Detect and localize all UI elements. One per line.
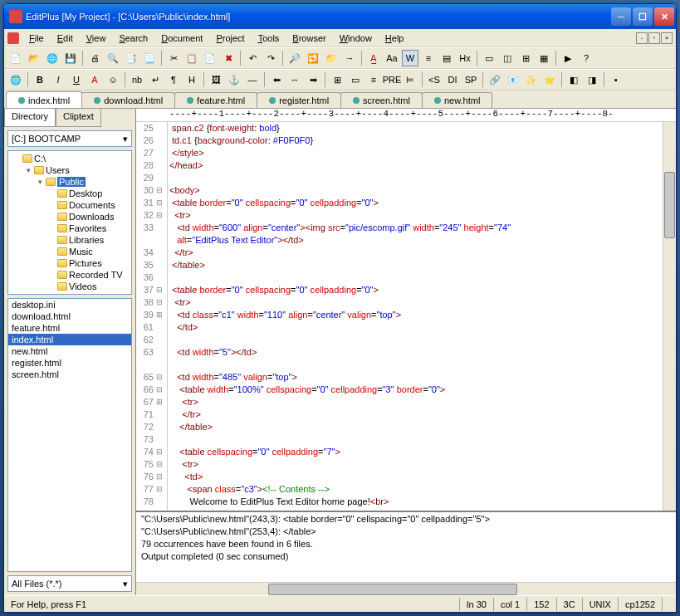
output-panel[interactable]: "C:\Users\Public\new.html"(243,3): <tabl…: [136, 511, 676, 582]
file-list[interactable]: desktop.inidownload.htmlfeature.htmlinde…: [7, 298, 132, 572]
file-item[interactable]: desktop.ini: [8, 299, 131, 310]
drive-selector[interactable]: [C:] BOOTCAMP ▾: [7, 130, 132, 147]
view4-icon[interactable]: ▦: [536, 50, 552, 66]
line-gutter[interactable]: 25 26 27 28 29 30 ⊟31 ⊟32 ⊟33 34 35 36 3…: [136, 122, 168, 511]
bold-icon[interactable]: B: [32, 71, 48, 88]
preview-icon[interactable]: 🔍: [105, 50, 121, 66]
close-button[interactable]: ✕: [654, 7, 674, 26]
hr-icon[interactable]: —: [244, 71, 261, 88]
form-icon[interactable]: ▭: [347, 71, 364, 88]
object2-icon[interactable]: ⭐: [541, 71, 558, 88]
wrap-icon[interactable]: W: [402, 50, 418, 66]
minimize-button[interactable]: ─: [611, 7, 631, 26]
mdi-minimize-button[interactable]: -: [636, 32, 648, 44]
search-icon[interactable]: 🔎: [286, 50, 303, 66]
tree-node[interactable]: Videos: [10, 281, 130, 292]
file-item[interactable]: index.html: [8, 334, 131, 345]
tab-feature-html[interactable]: feature.html: [174, 92, 257, 108]
file-filter[interactable]: All Files (*.*) ▾: [7, 575, 132, 592]
tree-node[interactable]: Recorded TV: [10, 269, 130, 281]
terminal-icon[interactable]: ▪: [608, 71, 624, 88]
left-icon[interactable]: ⬅: [268, 71, 285, 88]
link-icon[interactable]: 🔗: [487, 71, 503, 88]
tree-node[interactable]: ▾ Users: [10, 164, 130, 176]
menu-document[interactable]: Document: [154, 32, 209, 45]
browser3-icon[interactable]: ◨: [584, 71, 600, 88]
cut-icon[interactable]: ✂: [165, 50, 182, 66]
menu-file[interactable]: File: [22, 32, 51, 45]
emoji-icon[interactable]: ☺: [105, 71, 121, 88]
pre-icon[interactable]: PRE: [384, 71, 400, 88]
horizontal-scrollbar[interactable]: [136, 582, 676, 595]
view3-icon[interactable]: ⊞: [517, 50, 534, 66]
tab-register-html[interactable]: register.html: [257, 92, 341, 108]
font-icon[interactable]: A̲: [365, 50, 382, 66]
tree-node[interactable]: Pictures: [10, 257, 130, 269]
delete-icon[interactable]: ✖: [220, 50, 237, 66]
vertical-scrollbar[interactable]: [663, 122, 676, 511]
mdi-close-button[interactable]: ×: [661, 32, 673, 44]
tree-node[interactable]: Libraries: [10, 234, 130, 246]
folder-tree[interactable]: C:\▾ Users▾ Public Desktop Documents Dow…: [7, 150, 132, 295]
find-files-icon[interactable]: 📁: [323, 50, 340, 66]
cliptext-tab[interactable]: Cliptext: [56, 109, 101, 127]
open-file-icon[interactable]: 📂: [26, 50, 42, 66]
view1-icon[interactable]: ▭: [481, 50, 497, 66]
color-icon[interactable]: A: [86, 71, 103, 88]
anchor-icon[interactable]: ⚓: [226, 71, 242, 88]
tree-node[interactable]: Music: [10, 246, 130, 257]
para-icon[interactable]: ¶: [165, 71, 182, 88]
code-text[interactable]: span.c2 {font-weight: bold} td.c1 {backg…: [168, 122, 663, 511]
right-icon[interactable]: ➡: [305, 71, 321, 88]
menu-help[interactable]: Help: [379, 32, 411, 45]
undo-icon[interactable]: ↶: [244, 50, 261, 66]
page-icon[interactable]: 📑: [123, 50, 139, 66]
maximize-button[interactable]: ☐: [633, 7, 653, 26]
tab-index-html[interactable]: index.html: [6, 91, 82, 108]
file-item[interactable]: feature.html: [8, 322, 131, 334]
div-icon[interactable]: DI: [444, 71, 461, 88]
hex-icon[interactable]: Hx: [457, 50, 473, 66]
center-icon[interactable]: ↔: [286, 71, 303, 88]
underline-icon[interactable]: U: [68, 71, 85, 88]
browser-icon[interactable]: 🌐: [7, 71, 24, 88]
print-icon[interactable]: 🖨: [86, 50, 103, 66]
file-item[interactable]: register.html: [8, 357, 131, 369]
span-icon[interactable]: SP: [462, 71, 479, 88]
tab-download-html[interactable]: download.html: [81, 92, 175, 108]
heading-icon[interactable]: H: [183, 71, 200, 88]
copy-icon[interactable]: 📋: [183, 50, 200, 66]
tab-new-html[interactable]: new.html: [422, 92, 492, 108]
menu-search[interactable]: Search: [112, 32, 154, 45]
view2-icon[interactable]: ◫: [499, 50, 516, 66]
break-icon[interactable]: ↵: [147, 71, 164, 88]
tree-node[interactable]: Documents: [10, 199, 130, 211]
blockquote-icon[interactable]: ⊨: [402, 71, 418, 88]
italic-icon[interactable]: I: [50, 71, 66, 88]
run-icon[interactable]: ▶: [560, 50, 576, 66]
redo-icon[interactable]: ↷: [262, 50, 279, 66]
menu-tools[interactable]: Tools: [252, 32, 286, 45]
file-item[interactable]: screen.html: [8, 369, 131, 380]
lines-icon[interactable]: ▤: [438, 50, 455, 66]
mdi-restore-button[interactable]: ▫: [648, 32, 660, 44]
new-file-icon[interactable]: 📄: [7, 50, 24, 66]
tree-node[interactable]: Desktop: [10, 188, 130, 199]
open-remote-icon[interactable]: 🌐: [44, 50, 61, 66]
tab-screen-html[interactable]: screen.html: [340, 92, 423, 108]
mail-icon[interactable]: 📧: [505, 71, 521, 88]
menu-window[interactable]: Window: [333, 32, 379, 45]
tree-node[interactable]: C:\: [10, 153, 130, 164]
menu-view[interactable]: View: [80, 32, 113, 45]
replace-icon[interactable]: 🔁: [305, 50, 321, 66]
page2-icon[interactable]: 📃: [141, 50, 158, 66]
image-icon[interactable]: 🖼: [208, 71, 224, 88]
indent-icon[interactable]: ≡: [420, 50, 437, 66]
file-item[interactable]: new.html: [8, 345, 131, 357]
file-item[interactable]: download.html: [8, 310, 131, 322]
menu-edit[interactable]: Edit: [51, 32, 80, 45]
browser2-icon[interactable]: ◧: [565, 71, 582, 88]
tree-node[interactable]: ▾ Public: [10, 176, 130, 188]
paste-icon[interactable]: 📄: [202, 50, 218, 66]
object1-icon[interactable]: ✨: [523, 71, 540, 88]
